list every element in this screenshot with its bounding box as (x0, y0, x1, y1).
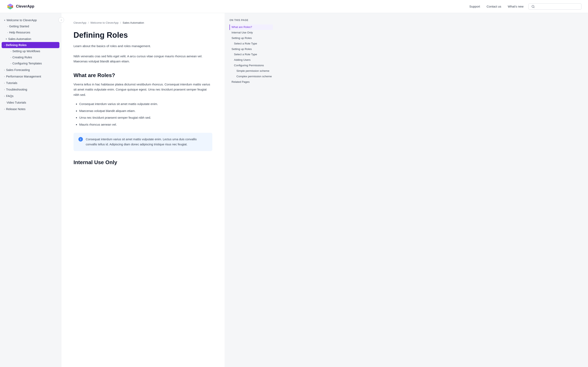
list-item: Maecenas volutpat blandit aliquam etiam. (79, 108, 212, 114)
sidebar-section-troubleshooting: › Troubleshooting (0, 86, 61, 92)
sidebar-section-release-notes: › Release Notes (0, 106, 61, 112)
table-of-contents: On this Page What are Roles? Internal Us… (225, 13, 278, 367)
breadcrumb-sep-1: / (88, 21, 89, 24)
sidebar-item-defining-roles[interactable]: • Defining Roles (2, 42, 60, 48)
sidebar-item-help-resources[interactable]: • Help Resources (0, 29, 61, 35)
section1-body: Viverra tellus in hac habitasse platea d… (73, 82, 212, 98)
sidebar-item-tutorials[interactable]: › Tutorials (0, 80, 61, 86)
search-box[interactable] (528, 3, 581, 9)
body-text-1: Nibh venenatis cras sed felis eget velit… (73, 54, 212, 64)
breadcrumb-home[interactable]: CleverApp (73, 21, 86, 24)
chevron-right-icon: › (4, 108, 5, 110)
breadcrumb-parent[interactable]: Welcome to CleverApp (90, 21, 119, 24)
sidebar-item-label: Video Tutorials (7, 101, 26, 104)
roles-bullet-list: Consequat interdum varius sit amet matti… (73, 101, 212, 127)
app-name: CleverApp (16, 4, 34, 8)
list-item: Urna nec tincidunt praesent semper feugi… (79, 115, 212, 120)
sidebar-section-performance-management: › Performance Management (0, 73, 61, 80)
sidebar-item-creating-rules[interactable]: • Creating Rules (0, 54, 61, 60)
sidebar-item-label: Release Notes (6, 108, 26, 111)
bullet-icon: • (7, 25, 8, 27)
toc-item-select-role-type-2[interactable]: Select a Role Type (229, 52, 273, 57)
sidebar-item-label: Performance Management (6, 75, 41, 78)
sidebar-collapse-button[interactable]: ‹ (58, 17, 64, 23)
list-item: Consequat interdum varius sit amet matti… (79, 101, 212, 107)
nav-support[interactable]: Support (469, 5, 480, 8)
toc-item-what-are-roles[interactable]: What are Roles? (229, 25, 273, 30)
toc-item-select-role-type-1[interactable]: Select a Role Type (229, 41, 273, 47)
sidebar-item-sales-automation[interactable]: ▾ Sales Automation (0, 36, 61, 42)
sidebar-item-faqs[interactable]: › FAQs (0, 93, 61, 99)
breadcrumb-current: Sales Automation (122, 21, 144, 24)
page-intro: Learn about the basics of roles and role… (73, 44, 212, 49)
chevron-right-icon: › (4, 75, 5, 78)
sidebar-item-label: Troubleshooting (6, 88, 27, 91)
info-box-text: Consequat interdum varius sit amet matti… (86, 137, 208, 147)
toc-item-internal-use-only[interactable]: Internal Use Only (229, 30, 273, 35)
section-title-roles: What are Roles? (73, 72, 212, 78)
sidebar: ▾ Welcome to CleverApp • Getting Started… (0, 13, 61, 367)
search-input[interactable] (536, 5, 579, 8)
sidebar-item-troubleshooting[interactable]: › Troubleshooting (0, 86, 61, 92)
sidebar-item-getting-started[interactable]: • Getting Started (0, 23, 61, 29)
sidebar-item-label: Configuring Templates (12, 62, 42, 65)
bullet-icon: • (11, 57, 11, 58)
breadcrumb: CleverApp / Welcome to CleverApp / Sales… (73, 21, 212, 24)
chevron-right-icon: › (4, 88, 5, 91)
bullet-icon: • (11, 63, 11, 64)
nav-whats-new[interactable]: What's new (508, 5, 523, 8)
svg-line-7 (534, 7, 534, 8)
sidebar-section-sales-automation: ▾ Sales Automation • Defining Roles • Se… (0, 36, 61, 67)
logo-icon (7, 3, 14, 10)
logo-link[interactable]: CleverApp (7, 3, 34, 10)
sidebar-item-label: FAQs (6, 94, 13, 98)
main-content: CleverApp / Welcome to CleverApp / Sales… (61, 13, 225, 367)
chevron-down-icon: ▾ (4, 19, 5, 22)
sidebar-section-video-tutorials: · Video Tutorials (0, 100, 61, 106)
toc-heading: On this Page (229, 19, 273, 22)
sidebar-item-label: Creating Rules (12, 56, 32, 59)
sidebar-item-welcome[interactable]: ▾ Welcome to CleverApp (0, 17, 61, 23)
sidebar-item-sales-forecasting[interactable]: › Sales Forecasting (0, 67, 61, 73)
nav-contact[interactable]: Contact us (486, 5, 501, 8)
sidebar-item-release-notes[interactable]: › Release Notes (0, 106, 61, 112)
header-nav: Support Contact us What's new (469, 5, 523, 8)
sidebar-section-welcome: ▾ Welcome to CleverApp • Getting Started… (0, 17, 61, 35)
sidebar-wrapper: ▾ Welcome to CleverApp • Getting Started… (0, 13, 61, 367)
sidebar-item-label: Help Resources (9, 31, 30, 34)
bullet-icon: • (7, 32, 8, 33)
page-title: Defining Roles (73, 31, 212, 40)
sidebar-item-label: Getting Started (9, 25, 29, 28)
sidebar-item-video-tutorials[interactable]: · Video Tutorials (0, 100, 61, 106)
bullet-icon: · (5, 102, 5, 104)
toc-item-adding-users[interactable]: Adding Users (229, 57, 273, 63)
sidebar-item-label: Defining Roles (6, 43, 27, 47)
sidebar-item-label: Setting up Workflows (12, 50, 40, 53)
sidebar-item-performance-management[interactable]: › Performance Management (0, 73, 61, 80)
chevron-down-icon: ▾ (6, 38, 7, 40)
toc-item-related-pages[interactable]: Related Pages (229, 79, 273, 85)
sidebar-section-tutorials: › Tutorials (0, 80, 61, 86)
info-icon: i (78, 137, 83, 142)
toc-item-complex-permission[interactable]: Complex permission scheme (229, 74, 273, 79)
sidebar-item-label: Welcome to CleverApp (7, 18, 37, 22)
section-title-internal: Internal Use Only (73, 159, 212, 166)
toc-item-configuring-permissions[interactable]: Configuring Permissions (229, 63, 273, 68)
bullet-icon: • (4, 44, 5, 46)
sidebar-section-faqs: › FAQs (0, 93, 61, 99)
chevron-right-icon: › (4, 69, 5, 71)
chevron-right-icon: › (4, 95, 5, 97)
sidebar-item-setting-up-workflows[interactable]: • Setting up Workflows (0, 48, 61, 54)
search-icon (531, 5, 535, 8)
sidebar-item-label: Sales Forecasting (6, 68, 30, 72)
toc-item-simple-permission[interactable]: Simple permission scheme (229, 68, 273, 74)
bullet-icon: • (11, 50, 11, 52)
page-layout: ▾ Welcome to CleverApp • Getting Started… (0, 13, 588, 367)
sidebar-item-configuring-templates[interactable]: • Configuring Templates (0, 60, 61, 67)
toc-item-setting-up-roles-1[interactable]: Setting up Roles (229, 35, 273, 41)
toc-item-setting-up-roles-2[interactable]: Setting up Roles (229, 47, 273, 52)
chevron-right-icon: › (4, 82, 5, 84)
list-item: Mauris rhoncus aenean vel. (79, 122, 212, 127)
info-box: i Consequat interdum varius sit amet mat… (73, 133, 212, 151)
sidebar-item-label: Tutorials (6, 81, 17, 85)
